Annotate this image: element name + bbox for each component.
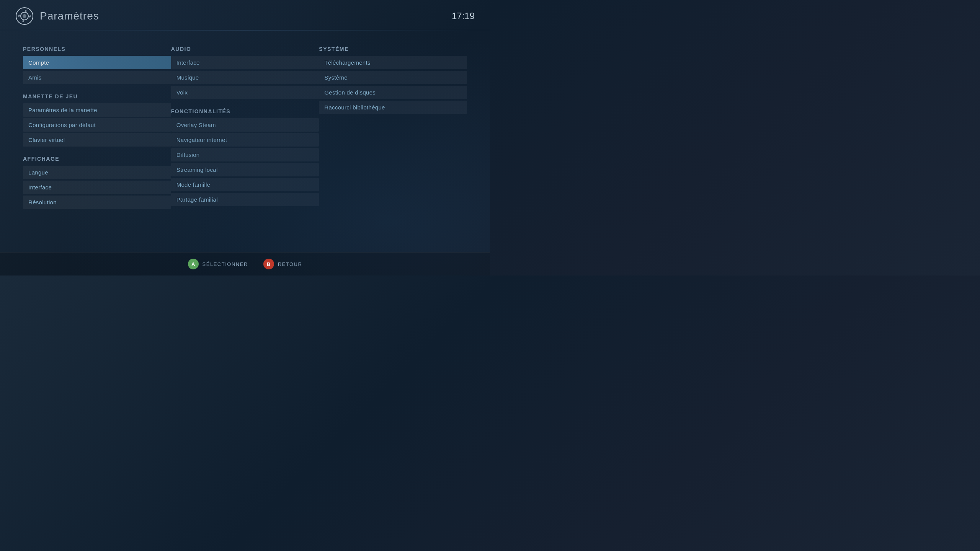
btn-b-circle: B [263, 259, 274, 269]
section-manette: Manette de jeu Paramètres de la manette … [23, 93, 171, 147]
section-items-manette: Paramètres de la manette Configurations … [23, 103, 171, 147]
menu-item-mode-famille[interactable]: Mode famille [171, 178, 319, 191]
section-affichage: Affichage Langue Interface Résolution [23, 156, 171, 210]
section-title-personnels: Personnels [23, 46, 171, 52]
menu-item-gestion-disques[interactable]: Gestion de disques [319, 86, 467, 99]
column-right: Système Téléchargements Système Gestion … [319, 46, 467, 249]
menu-item-raccourci-bibliotheque[interactable]: Raccourci bibliothèque [319, 101, 467, 114]
column-center: Audio Interface Musique Voix Fonctionnal… [171, 46, 319, 249]
footer-btn-select: A SÉLECTIONNER [188, 259, 248, 269]
menu-item-systeme[interactable]: Système [319, 71, 467, 84]
section-title-audio: Audio [171, 46, 319, 52]
column-left: Personnels Compte Amis Manette de jeu Pa… [23, 46, 171, 249]
page-title: Paramètres [40, 10, 99, 22]
menu-item-interface-audio[interactable]: Interface [171, 56, 319, 69]
menu-item-streaming-local[interactable]: Streaming local [171, 163, 319, 176]
section-title-systeme: Système [319, 46, 467, 52]
section-systeme: Système Téléchargements Système Gestion … [319, 46, 467, 115]
header-left: Paramètres [15, 7, 99, 25]
menu-item-musique[interactable]: Musique [171, 71, 319, 84]
menu-item-langue[interactable]: Langue [23, 166, 171, 179]
section-items-fonctionnalites: Overlay Steam Navigateur internet Diffus… [171, 118, 319, 207]
menu-item-interface-affichage[interactable]: Interface [23, 181, 171, 194]
btn-a-circle: A [188, 259, 199, 269]
menu-item-voix[interactable]: Voix [171, 86, 319, 99]
footer: A SÉLECTIONNER B RETOUR [0, 252, 490, 276]
menu-item-compte[interactable]: Compte [23, 56, 171, 69]
section-items-personnels: Compte Amis [23, 56, 171, 85]
section-items-audio: Interface Musique Voix [171, 56, 319, 100]
btn-a-label: A [191, 261, 195, 267]
menu-item-clavier-virtuel[interactable]: Clavier virtuel [23, 133, 171, 147]
section-personnels: Personnels Compte Amis [23, 46, 171, 85]
menu-item-resolution[interactable]: Résolution [23, 196, 171, 209]
main-content: Personnels Compte Amis Manette de jeu Pa… [0, 31, 490, 256]
clock: 17:19 [452, 11, 475, 21]
footer-btn-back: B RETOUR [263, 259, 302, 269]
menu-item-amis[interactable]: Amis [23, 71, 171, 84]
select-label: SÉLECTIONNER [203, 261, 248, 267]
menu-item-diffusion[interactable]: Diffusion [171, 148, 319, 161]
menu-item-configurations[interactable]: Configurations par défaut [23, 118, 171, 132]
btn-b-label: B [267, 261, 270, 267]
section-audio: Audio Interface Musique Voix [171, 46, 319, 100]
section-items-affichage: Langue Interface Résolution [23, 166, 171, 210]
back-label: RETOUR [278, 261, 302, 267]
menu-item-telechargements[interactable]: Téléchargements [319, 56, 467, 69]
menu-item-partage-familial[interactable]: Partage familial [171, 193, 319, 206]
header: Paramètres 17:19 [0, 0, 490, 30]
section-title-fonctionnalites: Fonctionnalités [171, 108, 319, 114]
menu-item-overlay-steam[interactable]: Overlay Steam [171, 118, 319, 132]
menu-item-navigateur[interactable]: Navigateur internet [171, 133, 319, 147]
menu-item-parametres-manette[interactable]: Paramètres de la manette [23, 103, 171, 117]
section-items-systeme: Téléchargements Système Gestion de disqu… [319, 56, 467, 115]
steam-logo-icon [15, 7, 34, 25]
svg-point-2 [23, 14, 26, 18]
section-title-affichage: Affichage [23, 156, 171, 162]
section-title-manette: Manette de jeu [23, 93, 171, 99]
section-fonctionnalites: Fonctionnalités Overlay Steam Navigateur… [171, 108, 319, 207]
